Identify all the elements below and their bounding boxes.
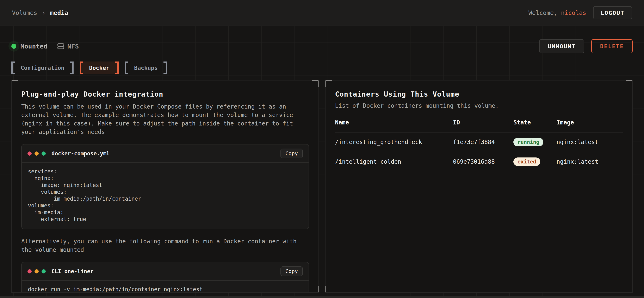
corner-bracket-icon [312, 286, 319, 293]
top-bar: Volumes › media Welcome, nicolas LOGOUT [0, 0, 644, 26]
compose-code-block-header: docker-compose.yml Copy [22, 145, 308, 163]
compose-code-block: docker-compose.yml Copy services: nginx:… [21, 144, 309, 229]
docker-panel-description: This volume can be used in your Docker C… [21, 102, 309, 136]
corner-bracket-icon [312, 80, 319, 87]
corner-bracket-icon [626, 286, 633, 293]
cli-filename: CLI one-liner [52, 268, 94, 275]
containers-panel: Containers Using This Volume List of Doc… [325, 80, 633, 293]
delete-button[interactable]: DELETE [591, 39, 633, 53]
bracket-left-icon [80, 61, 83, 74]
containers-table-header-row: Name ID State Image [335, 119, 623, 132]
containers-table: Name ID State Image /interesting_grothen… [335, 119, 623, 171]
breadcrumb-current-volume: media [50, 9, 68, 16]
container-name: /intelligent_colden [335, 152, 453, 171]
compose-filename: docker-compose.yml [52, 150, 110, 157]
volume-status-bar: Mounted NFS UNMOUNT DELETE [0, 26, 644, 53]
welcome-text: Welcome, nicolas [528, 9, 586, 16]
driver-type-label: NFS [68, 42, 79, 50]
window-dot-red-icon [28, 269, 32, 274]
cli-code: docker run -v im-media:/path/in/containe… [22, 281, 308, 293]
bottom-edge-divider [0, 296, 644, 298]
server-icon [57, 42, 64, 50]
compose-code: services: nginx: image: nginx:latest vol… [22, 163, 308, 229]
volume-tabs: Configuration Docker Backups [0, 61, 644, 74]
bracket-right-icon [70, 61, 74, 74]
welcome-prefix: Welcome, [528, 9, 561, 16]
status-badge: running [514, 138, 543, 146]
container-image: nginx:latest [556, 132, 623, 152]
bracket-right-icon [115, 61, 119, 74]
window-dot-green-icon [42, 269, 46, 274]
corner-bracket-icon [11, 286, 18, 293]
container-name: /interesting_grothendieck [335, 132, 453, 152]
mounted-status-dot-icon [11, 44, 16, 49]
top-bar-right: Welcome, nicolas LOGOUT [528, 6, 632, 19]
corner-bracket-icon [325, 80, 332, 87]
breadcrumb-separator-icon: › [42, 9, 46, 16]
column-header-id: ID [453, 119, 514, 132]
breadcrumb: Volumes › media [12, 9, 68, 16]
mounted-status-label: Mounted [20, 42, 48, 50]
corner-bracket-icon [11, 80, 18, 87]
bracket-left-icon [11, 61, 15, 74]
container-id: f1e73e7f3884 [453, 132, 514, 152]
bracket-right-icon [164, 61, 167, 74]
tab-docker-label: Docker [83, 61, 115, 74]
window-dot-green-icon [42, 151, 46, 155]
docker-panel-title: Plug-and-play Docker integration [21, 90, 309, 98]
docker-integration-panel: Plug-and-play Docker integration This vo… [11, 80, 319, 293]
corner-bracket-icon [626, 80, 633, 87]
logout-button[interactable]: LOGOUT [593, 6, 632, 19]
column-header-name: Name [335, 119, 453, 132]
compose-copy-button[interactable]: Copy [280, 149, 303, 158]
table-row: /intelligent_colden 069e73016a88 exited … [335, 152, 623, 171]
status-badge: exited [514, 157, 540, 166]
containers-panel-subtitle: List of Docker containers mounting this … [335, 102, 623, 109]
breadcrumb-volumes-link[interactable]: Volumes [12, 9, 37, 16]
tab-backups-label: Backups [128, 61, 164, 74]
container-image: nginx:latest [556, 152, 623, 171]
table-row: /interesting_grothendieck f1e73e7f3884 r… [335, 132, 623, 152]
window-dot-amber-icon [34, 151, 39, 155]
column-header-image: Image [556, 119, 623, 132]
main-area: Mounted NFS UNMOUNT DELETE Configuration… [0, 26, 644, 298]
volume-actions: UNMOUNT DELETE [539, 39, 633, 53]
cli-intro-text: Alternatively, you can use the following… [21, 237, 309, 254]
cli-code-block-header: CLI one-liner Copy [22, 262, 308, 281]
tab-docker[interactable]: Docker [80, 61, 119, 74]
tab-backups[interactable]: Backups [125, 61, 167, 74]
corner-bracket-icon [325, 286, 332, 293]
unmount-button[interactable]: UNMOUNT [539, 39, 584, 53]
cli-copy-button[interactable]: Copy [280, 266, 303, 276]
tab-configuration[interactable]: Configuration [11, 61, 74, 74]
tab-configuration-label: Configuration [15, 61, 70, 74]
username: nicolas [561, 9, 586, 16]
window-dot-amber-icon [34, 269, 39, 274]
cli-code-block: CLI one-liner Copy docker run -v im-medi… [21, 262, 309, 293]
panels-row: Plug-and-play Docker integration This vo… [11, 80, 633, 293]
window-dot-red-icon [28, 151, 32, 155]
container-id: 069e73016a88 [453, 152, 514, 171]
column-header-state: State [514, 119, 556, 132]
bracket-left-icon [125, 61, 128, 74]
containers-panel-title: Containers Using This Volume [335, 90, 623, 98]
